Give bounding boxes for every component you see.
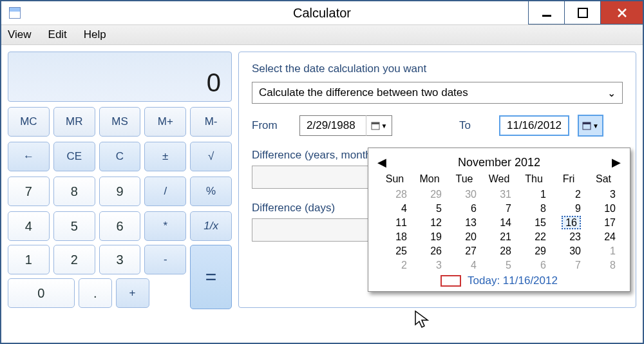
calendar-day[interactable]: 11 xyxy=(377,215,412,229)
btn-dot[interactable]: . xyxy=(79,278,112,308)
btn-back[interactable]: ← xyxy=(8,142,50,171)
calendar-dow-header: Thu xyxy=(516,171,551,187)
btn-mc[interactable]: MC xyxy=(8,107,50,137)
calendar-day[interactable]: 30 xyxy=(447,187,482,201)
minimize-button[interactable] xyxy=(528,1,564,24)
calendar-day[interactable]: 3 xyxy=(586,187,621,201)
calendar-month-title[interactable]: November 2012 xyxy=(386,156,612,169)
combo-value: Calculate the difference between two dat… xyxy=(259,86,468,99)
menu-help[interactable]: Help xyxy=(84,28,106,41)
calendar-day[interactable]: 10 xyxy=(586,201,621,215)
calendar-day[interactable]: 17 xyxy=(586,215,621,229)
calendar-day[interactable]: 6 xyxy=(447,201,482,215)
btn-9[interactable]: 9 xyxy=(99,177,141,206)
calendar-day[interactable]: 21 xyxy=(482,229,516,244)
menu-view[interactable]: View xyxy=(8,28,32,41)
calendar-day[interactable]: 18 xyxy=(377,229,412,244)
calendar-day[interactable]: 7 xyxy=(482,201,516,215)
svg-rect-3 xyxy=(372,122,379,124)
btn-7[interactable]: 7 xyxy=(8,177,50,206)
calendar-day[interactable]: 30 xyxy=(551,244,586,258)
to-date-picker[interactable]: 11/16/2012 xyxy=(499,115,569,136)
calendar-day[interactable]: 23 xyxy=(551,229,586,244)
calendar-day[interactable]: 9 xyxy=(551,201,586,215)
window-buttons xyxy=(528,1,643,24)
next-month-button[interactable]: ▶ xyxy=(612,155,621,169)
calendar-day[interactable]: 22 xyxy=(516,229,551,244)
btn-3[interactable]: 3 xyxy=(99,245,141,274)
btn-mul[interactable]: * xyxy=(144,211,186,241)
menu-edit[interactable]: Edit xyxy=(48,28,67,41)
calc-type-combo[interactable]: Calculate the difference between two dat… xyxy=(252,82,623,104)
calendar-day[interactable]: 28 xyxy=(482,244,516,258)
btn-eq[interactable]: = xyxy=(190,245,232,309)
memory-row: MC MR MS M+ M- xyxy=(8,107,232,137)
btn-sub[interactable]: - xyxy=(144,245,186,274)
btn-pct[interactable]: % xyxy=(190,177,232,206)
calendar-day[interactable]: 25 xyxy=(377,244,412,258)
calendar-day[interactable]: 29 xyxy=(412,187,447,201)
calendar-day[interactable]: 15 xyxy=(516,215,551,229)
calendar-today-bar[interactable]: Today: 11/16/2012 xyxy=(377,274,621,287)
calendar-day[interactable]: 28 xyxy=(377,187,412,201)
calendar-day[interactable]: 5 xyxy=(482,258,516,272)
btn-div[interactable]: / xyxy=(144,177,186,206)
btn-recip[interactable]: 1/x xyxy=(190,211,232,241)
title-bar[interactable]: Calculator xyxy=(1,1,643,24)
btn-sqrt[interactable]: √ xyxy=(190,142,232,171)
calendar-day[interactable]: 2 xyxy=(551,187,586,201)
prev-month-button[interactable]: ◀ xyxy=(377,155,386,169)
calendar-day[interactable]: 8 xyxy=(586,258,621,272)
btn-ms[interactable]: MS xyxy=(99,107,141,137)
btn-5[interactable]: 5 xyxy=(53,211,95,241)
calendar-day[interactable]: 1 xyxy=(586,244,621,258)
calendar-day[interactable]: 27 xyxy=(447,244,482,258)
calendar-day[interactable]: 29 xyxy=(516,244,551,258)
calendar-day[interactable]: 20 xyxy=(447,229,482,244)
btn-add[interactable]: + xyxy=(116,278,149,308)
maximize-button[interactable] xyxy=(564,1,600,24)
calendar-day[interactable]: 4 xyxy=(377,201,412,215)
calendar-day[interactable]: 3 xyxy=(412,258,447,272)
chevron-down-icon: ⌄ xyxy=(607,87,616,99)
from-date-drop-button[interactable]: ▼ xyxy=(366,115,392,136)
calendar-day[interactable]: 19 xyxy=(412,229,447,244)
close-button[interactable] xyxy=(600,1,643,24)
calendar-day[interactable]: 7 xyxy=(551,258,586,272)
from-date-picker[interactable]: 2/29/1988 ▼ xyxy=(299,115,392,136)
btn-c[interactable]: C xyxy=(99,142,141,171)
app-window: Calculator View Edit Help 0 MC MR MS M+ xyxy=(0,0,644,344)
calendar-day[interactable]: 6 xyxy=(516,258,551,272)
btn-1[interactable]: 1 xyxy=(8,245,50,274)
calendar-day[interactable]: 1 xyxy=(516,187,551,201)
calendar-day[interactable]: 24 xyxy=(586,229,621,244)
calendar-day[interactable]: 16 xyxy=(551,215,586,229)
to-date-drop-button[interactable]: ▼ xyxy=(578,115,603,137)
calendar-day[interactable]: 5 xyxy=(412,201,447,215)
calendar-day[interactable]: 14 xyxy=(482,215,516,229)
btn-mr[interactable]: MR xyxy=(53,107,95,137)
calendar-day[interactable]: 31 xyxy=(482,187,516,201)
down-triangle-icon: ▼ xyxy=(592,122,599,129)
btn-2[interactable]: 2 xyxy=(53,245,95,274)
calendar-day[interactable]: 26 xyxy=(412,244,447,258)
btn-0[interactable]: 0 xyxy=(8,278,75,308)
calendar-header: ◀ November 2012 ▶ xyxy=(377,153,621,171)
diff-ym-field xyxy=(252,166,381,189)
btn-4[interactable]: 4 xyxy=(8,211,50,241)
calendar-day[interactable]: 8 xyxy=(516,201,551,215)
btn-8[interactable]: 8 xyxy=(53,177,95,206)
btn-mplus[interactable]: M+ xyxy=(144,107,186,137)
btn-6[interactable]: 6 xyxy=(99,211,141,241)
btn-mminus[interactable]: M- xyxy=(190,107,232,137)
calendar-icon xyxy=(371,121,380,130)
to-label: To xyxy=(459,119,471,132)
svg-rect-1 xyxy=(578,8,587,17)
calendar-day[interactable]: 12 xyxy=(412,215,447,229)
btn-neg[interactable]: ± xyxy=(144,142,186,171)
calendar-day[interactable]: 13 xyxy=(447,215,482,229)
digit-row-789: 7 8 9 / % xyxy=(8,177,232,206)
btn-ce[interactable]: CE xyxy=(53,142,95,171)
calendar-day[interactable]: 4 xyxy=(447,258,482,272)
calendar-day[interactable]: 2 xyxy=(377,258,412,272)
